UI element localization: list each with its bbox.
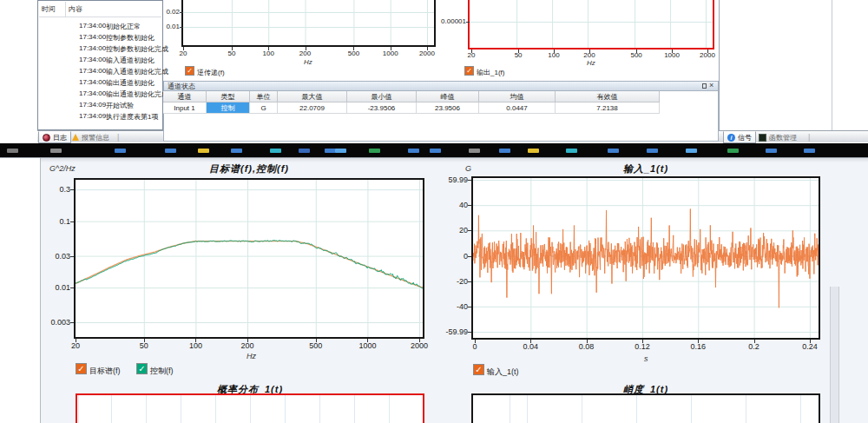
- vibration-control-app: 时间 内容 17:34:00初始化正常17:34:00控制参数初始化17:34:…: [0, 0, 868, 423]
- tick-mark: [471, 50, 472, 53]
- tick-label: 0.01: [55, 284, 70, 292]
- legend-label-target-spectrum: 目标谱(f): [89, 366, 121, 377]
- log-entry-time: 17:34:00: [79, 78, 106, 86]
- tick-mark: [554, 50, 555, 53]
- tick-mark: [636, 50, 637, 53]
- tick-mark: [468, 307, 471, 307]
- log-entry-message: 开始试验: [106, 101, 134, 110]
- tick-mark: [232, 47, 233, 50]
- log-entry-time: 17:34:09: [79, 112, 106, 120]
- tick-label: 20: [180, 50, 187, 57]
- legend-checkbox-control[interactable]: ✓: [136, 363, 148, 374]
- scrollbar[interactable]: [830, 287, 839, 423]
- taskbar-icon: [499, 149, 510, 153]
- tick-label: 0: [472, 343, 477, 351]
- log-col-time: 时间: [42, 6, 56, 13]
- tick-label: 500: [630, 52, 641, 59]
- table-cell: -23.9506: [347, 102, 417, 114]
- legend-checkbox-input1[interactable]: ✓: [473, 364, 484, 375]
- close-icon[interactable]: ×: [709, 82, 713, 89]
- tick-mark: [70, 256, 74, 257]
- tick-mark: [468, 281, 471, 282]
- log-entry-time: 17:34:00: [79, 22, 106, 30]
- legend-checkbox-output1[interactable]: ✓: [464, 66, 474, 76]
- tab-separator: |: [117, 133, 119, 142]
- log-entry-time: 17:34:00: [79, 33, 106, 41]
- taskbar-icon: [647, 149, 658, 153]
- side-tabbar: i 信号 函数管理 |: [719, 130, 868, 142]
- log-entry-time: 17:34:00: [79, 44, 106, 52]
- channel-status-title: 通道状态: [168, 82, 195, 91]
- log-tabbar: 日志 报警信息 |: [37, 130, 163, 142]
- tick-mark: [468, 332, 471, 333]
- log-col-content: 内容: [69, 6, 82, 13]
- tick-mark: [672, 50, 673, 53]
- log-entry-message: 初始化正常: [106, 22, 141, 31]
- taskbar-icon: [804, 149, 815, 153]
- table-header-cell: 均值: [479, 91, 556, 102]
- input1-yaxis-label: G: [465, 165, 471, 173]
- tick-label: 50: [227, 50, 235, 57]
- input1-chart-canvas: [473, 178, 819, 338]
- log-entry-time: 17:34:09: [79, 101, 106, 109]
- chart-area-top-strip: [41, 158, 868, 162]
- log-panel: 时间 内容 17:34:00初始化正常17:34:00控制参数初始化17:34:…: [37, 0, 163, 130]
- log-icon: [43, 134, 50, 142]
- tick-label: 1000: [664, 52, 680, 59]
- tick-label: 200: [583, 52, 595, 59]
- tab-log[interactable]: 日志: [38, 131, 71, 143]
- taskbar-icon: [566, 149, 577, 153]
- tick-label: 2000: [700, 52, 715, 59]
- left-edge-divider: [40, 158, 41, 423]
- log-entry-message: 输入通道初始化完成: [106, 67, 168, 76]
- input1-xaxis-label: s: [644, 355, 648, 363]
- tick-label: 0.03: [55, 253, 70, 261]
- tick-label: 0.02: [166, 9, 180, 16]
- psd-yaxis-label: G^2/Hz: [49, 165, 76, 173]
- top-right-chart-canvas: [470, 0, 713, 48]
- tick-mark: [306, 47, 306, 50]
- tick-mark: [810, 340, 811, 343]
- tick-label: 50: [140, 342, 148, 350]
- tick-mark: [475, 340, 476, 343]
- tick-label: 200: [240, 342, 253, 350]
- tick-mark: [754, 340, 755, 343]
- tick-label: -59.99: [445, 328, 468, 336]
- table-cell: 7.2138: [556, 102, 660, 114]
- taskbar-icon: [7, 149, 18, 153]
- tick-mark: [70, 288, 74, 288]
- psd-chart-canvas: [76, 180, 423, 337]
- tab-function-manager[interactable]: 函数管理: [755, 132, 800, 142]
- input1-chart-title: 输入_1(t): [623, 162, 668, 175]
- tick-mark: [427, 47, 428, 50]
- tick-mark: [353, 47, 354, 50]
- legend-checkbox-target-spectrum[interactable]: ✓: [76, 363, 87, 374]
- taskbar-icon: [469, 149, 480, 153]
- tick-label: 0.08: [579, 343, 595, 351]
- taskbar-icon: [198, 149, 209, 153]
- function-manager-icon: [759, 134, 766, 142]
- probability-chart-plot[interactable]: [76, 393, 424, 423]
- top-left-xaxis-label: Hz: [304, 59, 312, 66]
- tick-label: 500: [309, 342, 322, 350]
- tab-alarm[interactable]: 报警信息: [69, 132, 113, 142]
- tick-mark: [183, 47, 184, 50]
- legend-checkbox-inverse-transfer[interactable]: ✓: [185, 66, 194, 76]
- tick-label: 0.24: [802, 343, 818, 351]
- taskbar-icon: [369, 149, 380, 153]
- pin-icon[interactable]: [702, 83, 707, 89]
- log-entry-message: 输入通道初始化: [106, 56, 155, 65]
- table-header-cell: 类型: [207, 91, 250, 102]
- tab-signal[interactable]: i 信号: [723, 131, 756, 143]
- tick-mark: [468, 205, 471, 206]
- taskbar-icon: [270, 149, 281, 153]
- tick-mark: [367, 339, 368, 342]
- signal-panel: [719, 0, 868, 130]
- log-entry-time: 17:34:00: [79, 89, 106, 97]
- taskbar-icon: [608, 149, 619, 153]
- kurtosis-chart-plot[interactable]: [471, 393, 820, 423]
- tick-label: 1000: [358, 342, 376, 350]
- tick-mark: [247, 339, 248, 342]
- log-entry-message: 执行进度表第1项: [106, 112, 158, 122]
- tick-label: 0.16: [691, 343, 707, 351]
